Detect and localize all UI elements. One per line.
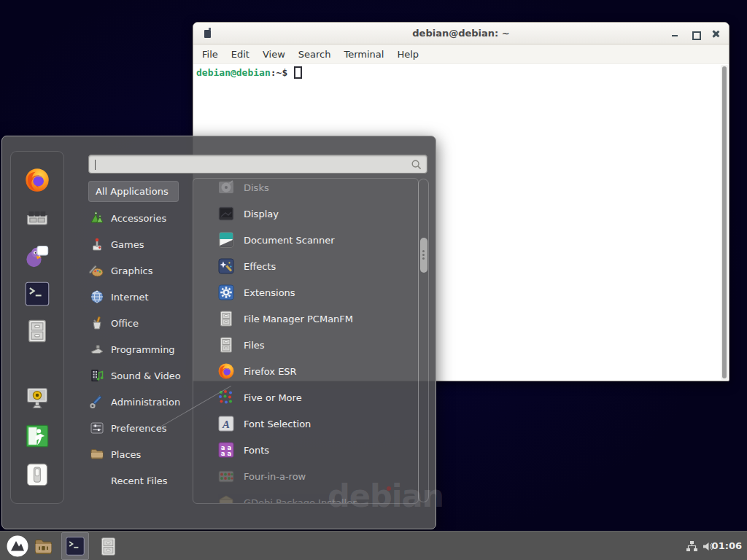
extensions-icon	[217, 284, 235, 301]
category-graphics[interactable]: Graphics	[88, 257, 194, 284]
menu-view[interactable]: View	[256, 46, 292, 63]
font-selection-icon: A	[217, 415, 235, 432]
menu-button[interactable]	[6, 534, 29, 558]
preferences-icon	[90, 421, 104, 435]
network-tray-icon[interactable]	[686, 540, 698, 553]
office-icon	[90, 316, 104, 330]
minimize-icon[interactable]	[671, 30, 679, 38]
app-document-scanner[interactable]: Document Scanner	[193, 227, 418, 253]
apps-scrollbar-thumb[interactable]	[420, 238, 427, 273]
application-list: Disks Display Document Scanner Effects E…	[193, 178, 419, 504]
category-recent-files[interactable]: Recent Files	[88, 467, 194, 494]
folder-launcher-icon[interactable]	[33, 536, 54, 557]
menu-terminal[interactable]: Terminal	[337, 46, 390, 63]
disks-icon	[217, 179, 235, 196]
category-places[interactable]: Places	[88, 441, 194, 467]
sound-video-icon	[90, 368, 104, 383]
category-all-applications[interactable]: All Applications	[88, 181, 179, 202]
files-launcher-icon[interactable]	[98, 536, 119, 557]
search-box	[88, 155, 427, 174]
firefox-icon	[217, 362, 235, 380]
prompt-user: debian@debian	[196, 67, 271, 78]
terminal-icon	[65, 536, 85, 556]
graphics-icon	[90, 263, 104, 278]
category-administration[interactable]: Administration	[88, 389, 194, 415]
four-in-a-row-icon	[217, 467, 235, 485]
prompt-path: :~$	[271, 67, 287, 78]
window-title: debian@debian: ~	[193, 28, 729, 39]
svg-text:a a: a a	[221, 450, 232, 457]
logout-icon[interactable]	[24, 423, 50, 449]
internet-icon	[90, 289, 104, 304]
category-preferences[interactable]: Preferences	[88, 415, 194, 441]
firefox-icon[interactable]	[24, 167, 50, 193]
document-scanner-icon	[217, 231, 235, 249]
menu-edit[interactable]: Edit	[225, 46, 256, 63]
terminal-task-button[interactable]	[61, 532, 89, 560]
gdebi-icon	[217, 494, 235, 504]
category-programming[interactable]: Programming	[88, 336, 194, 362]
terminal-scrollbar-track[interactable]	[721, 65, 728, 380]
file-manager-icon[interactable]	[24, 318, 50, 344]
menu-help[interactable]: Help	[390, 46, 425, 63]
terminal-titlebar[interactable]: debian@debian: ~	[193, 23, 729, 44]
start-menu: All Applications Accessories Games Graph…	[1, 136, 436, 529]
category-internet[interactable]: Internet	[88, 284, 194, 310]
all-applications-label: All Applications	[96, 186, 169, 197]
app-fonts[interactable]: a aa a Fonts	[193, 437, 418, 463]
fonts-icon: a aa a	[217, 441, 235, 459]
administration-icon	[90, 394, 104, 409]
terminal-menubar: File Edit View Search Terminal Help	[193, 44, 729, 64]
app-display[interactable]: Display	[193, 201, 418, 227]
close-icon[interactable]	[712, 30, 720, 38]
search-icon	[411, 159, 422, 171]
file-cabinet-icon	[217, 336, 235, 354]
software-icon[interactable]	[24, 205, 50, 231]
shutdown-icon[interactable]	[24, 462, 50, 488]
pidgin-icon[interactable]	[24, 243, 50, 269]
shell-prompt: debian@debian:~$	[196, 66, 302, 79]
desktop-wallpaper: debian@debian: ~ File Edit View Search T…	[0, 0, 747, 560]
app-four-in-a-row[interactable]: Four-in-a-row	[193, 463, 418, 489]
five-or-more-icon	[217, 389, 235, 406]
svg-text:A: A	[222, 419, 230, 430]
clock[interactable]: 01:06	[712, 532, 742, 560]
screensaver-icon[interactable]	[24, 385, 50, 411]
menu-search[interactable]: Search	[292, 46, 338, 63]
display-icon	[217, 205, 235, 222]
accessories-icon	[90, 211, 104, 225]
search-input[interactable]	[95, 157, 401, 171]
category-games[interactable]: Games	[88, 231, 194, 257]
category-accessories[interactable]: Accessories	[88, 205, 194, 231]
file-cabinet-icon	[217, 310, 235, 327]
app-font-selection[interactable]: A Font Selection	[193, 411, 418, 437]
app-extensions[interactable]: Extensions	[193, 279, 418, 306]
terminal-icon[interactable]	[24, 281, 50, 307]
category-sound-video[interactable]: Sound & Video	[88, 362, 194, 389]
category-list: Accessories Games Graphics Internet Offi…	[88, 205, 194, 494]
taskbar: 01:06	[0, 531, 747, 560]
app-disks[interactable]: Disks	[193, 178, 418, 201]
menu-file[interactable]: File	[196, 46, 225, 63]
terminal-cursor	[294, 66, 302, 79]
app-five-or-more[interactable]: Five or More	[193, 384, 418, 411]
recent-files-spacer	[90, 473, 104, 488]
app-gdebi-package-installer[interactable]: GDebi Package Installer	[193, 489, 418, 504]
app-files[interactable]: Files	[193, 332, 418, 358]
terminal-scrollbar-thumb[interactable]	[722, 66, 727, 378]
app-firefox-esr[interactable]: Firefox ESR	[193, 358, 418, 384]
games-icon	[90, 237, 104, 252]
app-file-manager-pcmanfm[interactable]: File Manager PCManFM	[193, 306, 418, 332]
category-office[interactable]: Office	[88, 310, 194, 336]
text-caret	[95, 160, 96, 170]
maximize-icon[interactable]	[692, 30, 700, 38]
apps-scrollbar-track[interactable]	[418, 179, 429, 502]
programming-icon	[90, 342, 104, 357]
app-effects[interactable]: Effects	[193, 253, 418, 279]
effects-icon	[217, 257, 235, 275]
places-icon	[90, 447, 104, 462]
